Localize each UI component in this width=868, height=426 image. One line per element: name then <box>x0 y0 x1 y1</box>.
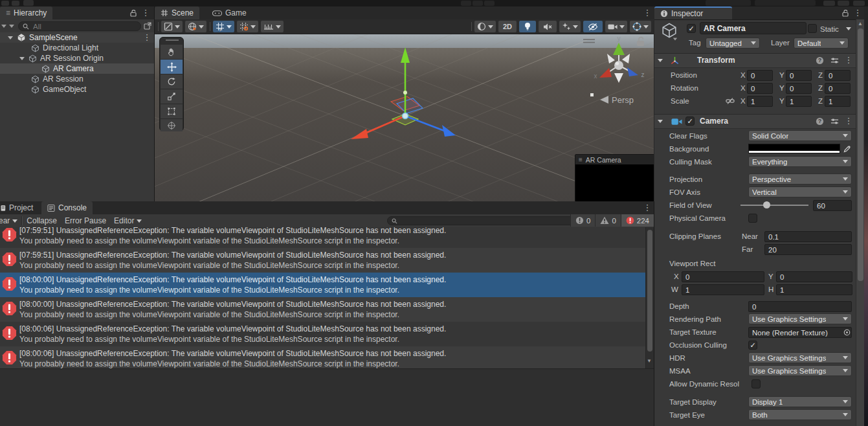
gizmo-axis-z-label[interactable]: z <box>641 71 645 78</box>
toolbar-button[interactable] <box>23 0 34 6</box>
transform-tool-button[interactable] <box>161 119 183 131</box>
filter-caret-icon[interactable] <box>9 25 14 28</box>
play-button[interactable] <box>461 1 471 6</box>
2d-toggle-button[interactable]: 2D <box>498 21 517 32</box>
console-row[interactable]: [07:59:51] UnassignedReferenceException:… <box>0 227 646 248</box>
component-menu-icon[interactable]: ⋮ <box>844 115 853 128</box>
scrollbar-thumb[interactable] <box>647 230 652 352</box>
camera-enabled-checkbox[interactable]: ✓ <box>685 117 695 126</box>
msaa-dropdown[interactable]: Use Graphics Settings <box>748 365 852 376</box>
object-picker-icon[interactable] <box>843 329 851 336</box>
snap-increment-button[interactable] <box>261 21 284 32</box>
scale-tool-button[interactable] <box>161 89 183 104</box>
rect-tool-button[interactable] <box>161 104 183 118</box>
transform-header[interactable]: Transform ? ⋮ <box>654 53 858 68</box>
step-button[interactable] <box>484 1 495 6</box>
console-detail-pane[interactable] <box>0 368 654 426</box>
fov-slider-track[interactable] <box>740 205 808 206</box>
clear-button[interactable]: ear <box>0 215 21 227</box>
rendering-path-dropdown[interactable]: Use Graphics Settings <box>748 313 852 324</box>
audio-mute-button[interactable] <box>539 21 557 32</box>
scene-picker-icon[interactable] <box>144 22 151 30</box>
rotation-z-field[interactable]: 0 <box>825 83 851 94</box>
camera-preview-titlebar[interactable]: ≡ AR Camera <box>575 155 654 164</box>
console-scrollbar[interactable]: ▼ <box>645 227 654 368</box>
presets-icon[interactable] <box>830 56 839 65</box>
hdr-dropdown[interactable]: Use Graphics Settings <box>748 352 852 363</box>
tab-project[interactable]: Project <box>0 201 39 214</box>
position-z-field[interactable]: 0 <box>825 70 851 81</box>
position-x-field[interactable]: 0 <box>747 70 773 81</box>
shading-mode-button[interactable] <box>474 21 496 32</box>
console-row[interactable]: [07:59:51] UnassignedReferenceException:… <box>0 248 646 273</box>
rotate-tool-button[interactable] <box>161 74 183 89</box>
effects-button[interactable] <box>559 21 581 32</box>
foldout-caret-icon[interactable] <box>658 120 663 123</box>
toolbar-button[interactable] <box>1 1 9 6</box>
camera-header[interactable]: ✓ Camera ? ⋮ <box>654 114 858 129</box>
lock-icon[interactable] <box>841 9 849 17</box>
toolbar-dropdown[interactable] <box>706 0 751 6</box>
editor-dropdown-button[interactable]: Editor <box>110 215 146 227</box>
console-row[interactable]: [08:00:06] UnassignedReferenceException:… <box>0 322 646 346</box>
help-icon[interactable]: ? <box>816 117 824 126</box>
console-search-field[interactable] <box>387 216 586 225</box>
foldout-caret-icon[interactable] <box>658 59 663 62</box>
error-count-toggle[interactable]: 224 <box>621 214 654 227</box>
toolbar-button[interactable] <box>853 1 865 6</box>
draw-mode-button[interactable] <box>161 21 183 32</box>
link-broken-icon[interactable] <box>726 97 735 105</box>
console-row[interactable]: [08:00:00] UnassignedReferenceException:… <box>0 297 646 322</box>
hierarchy-search-input[interactable] <box>32 22 137 31</box>
console-search-input[interactable] <box>400 216 582 225</box>
console-row-selected[interactable]: [08:00:00] UnassignedReferenceException:… <box>0 273 654 297</box>
hierarchy-row-ar-session-origin[interactable]: AR Session Origin <box>0 53 154 63</box>
component-menu-icon[interactable]: ⋮ <box>844 54 853 67</box>
target-texture-field[interactable]: None (Render Texture) <box>748 327 852 338</box>
foldout-caret-icon[interactable] <box>8 36 13 39</box>
gameobject-name-field[interactable] <box>700 22 807 34</box>
icon-caret-icon[interactable] <box>673 38 677 41</box>
tab-hierarchy[interactable]: ≡ Hierarchy <box>0 6 52 19</box>
error-pause-button[interactable]: Error Pause <box>61 215 110 227</box>
hierarchy-row-ar-session[interactable]: AR Session <box>0 74 154 84</box>
scene-menu-icon[interactable]: ⋮ <box>142 31 151 44</box>
static-caret-icon[interactable] <box>846 27 851 30</box>
scene-viewport[interactable]: y x z Persp <box>155 34 654 201</box>
projection-dropdown[interactable]: Perspective <box>748 174 852 185</box>
scene-visibility-globe-button[interactable] <box>185 21 206 32</box>
inspector-menu-icon[interactable]: ⋮ <box>853 6 862 19</box>
warning-count-toggle[interactable]: 0 <box>595 214 620 227</box>
allow-dynamic-resolution-checkbox[interactable] <box>751 379 761 388</box>
gizmo-axis-x-label[interactable]: x <box>594 73 597 80</box>
toolbar-dropdown[interactable] <box>755 0 816 6</box>
scroll-up-icon[interactable]: ▲ <box>858 21 863 27</box>
culling-mask-dropdown[interactable]: Everything <box>748 156 852 167</box>
target-eye-dropdown[interactable]: Both <box>748 409 852 420</box>
help-icon[interactable]: ? <box>816 56 824 65</box>
viewport-h-field[interactable]: 1 <box>776 284 852 295</box>
gizmos-button[interactable] <box>630 21 651 32</box>
grid-axis-toggle-button[interactable]: Y <box>213 21 234 32</box>
occlusion-culling-checkbox[interactable]: ✓ <box>748 341 757 350</box>
hierarchy-row-gameobject[interactable]: GameObject <box>0 84 154 95</box>
scene-menu-icon[interactable]: ⋮ <box>643 6 652 19</box>
tab-game[interactable]: Game <box>206 6 252 19</box>
tag-dropdown[interactable]: Untagged <box>706 38 760 49</box>
tab-inspector[interactable]: Inspector <box>654 6 732 19</box>
far-field[interactable]: 20 <box>764 244 852 255</box>
target-display-dropdown[interactable]: Display 1 <box>748 396 852 407</box>
scroll-down-icon[interactable]: ▼ <box>647 358 652 364</box>
position-y-field[interactable]: 0 <box>786 70 812 81</box>
console-row[interactable]: [08:00:06] UnassignedReferenceException:… <box>0 346 646 368</box>
presets-icon[interactable] <box>830 117 839 126</box>
move-tool-button[interactable] <box>161 60 183 74</box>
rotation-x-field[interactable]: 0 <box>747 83 773 94</box>
lighting-toggle-button[interactable] <box>519 21 536 32</box>
hierarchy-search-field[interactable] <box>18 21 141 31</box>
background-color-swatch[interactable] <box>748 144 840 153</box>
toolbar-button[interactable] <box>838 1 849 6</box>
hierarchy-row-ar-camera[interactable]: AR Camera <box>0 63 154 74</box>
scale-x-field[interactable]: 1 <box>747 96 773 107</box>
camera-settings-button[interactable] <box>605 21 627 32</box>
